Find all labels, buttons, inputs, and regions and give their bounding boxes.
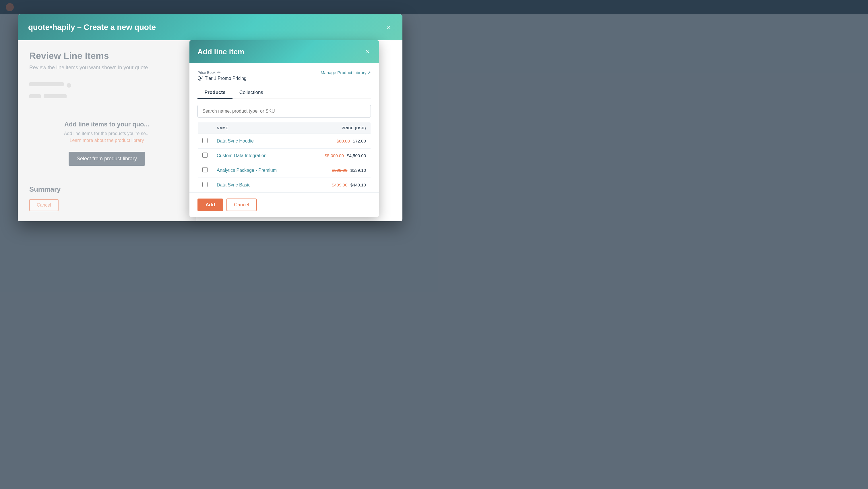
product-checkbox-data-sync-hoodie[interactable] bbox=[203, 138, 208, 143]
add-line-item-modal: Add line item × Price Book ✏ Q4 Tier 1 P… bbox=[189, 40, 379, 217]
skeleton-bar bbox=[29, 94, 41, 98]
quote-modal-header: quote•hapily – Create a new quote × bbox=[18, 15, 402, 40]
product-name-data-sync-hoodie[interactable]: Data Sync Hoodie bbox=[217, 139, 254, 143]
tab-collections[interactable]: Collections bbox=[232, 87, 270, 99]
tab-products[interactable]: Products bbox=[197, 87, 232, 99]
cancel-button[interactable]: Cancel bbox=[226, 199, 257, 211]
price-book-value: Q4 Tier 1 Promo Pricing bbox=[197, 76, 247, 81]
price-cell-data-sync-hoodie: $80.00 $72.00 bbox=[304, 134, 371, 148]
checkbox-cell-0 bbox=[198, 134, 212, 148]
edit-price-book-icon[interactable]: ✏ bbox=[217, 70, 221, 75]
tabs-container: Products Collections bbox=[197, 87, 371, 99]
checkbox-cell-3 bbox=[198, 178, 212, 193]
price-book-info: Price Book ✏ Q4 Tier 1 Promo Pricing bbox=[197, 70, 247, 81]
external-link-icon: ↗ bbox=[368, 70, 371, 75]
select-from-library-button[interactable]: Select from product library bbox=[69, 152, 145, 166]
price-cell-custom-data-integration: $5,000.00 $4,500.00 bbox=[304, 148, 371, 163]
add-button[interactable]: Add bbox=[197, 199, 223, 211]
review-line-items-title: Review Line Items bbox=[29, 51, 184, 61]
table-col-checkbox bbox=[198, 122, 212, 134]
skeleton-row-2 bbox=[29, 94, 184, 100]
price-book-section: Price Book ✏ Q4 Tier 1 Promo Pricing Man… bbox=[197, 70, 371, 81]
skeleton-dot bbox=[67, 83, 71, 88]
table-row: Custom Data Integration $5,000.00 $4,500… bbox=[198, 148, 371, 163]
original-price-custom-data-integration: $5,000.00 bbox=[324, 153, 344, 158]
quote-modal-title: quote•hapily – Create a new quote bbox=[28, 23, 156, 32]
product-name-analytics-package-premium[interactable]: Analytics Package - Premium bbox=[217, 168, 277, 173]
table-row: Data Sync Hoodie $80.00 $72.00 bbox=[198, 134, 371, 148]
add-line-items-title: Add line items to your quo... bbox=[35, 121, 179, 128]
quote-left-panel: Review Line Items Review the line items … bbox=[18, 40, 196, 221]
table-header: NAME PRICE (USD) bbox=[198, 122, 371, 134]
summary-title: Summary bbox=[29, 185, 184, 193]
product-name-cell-analytics-package-premium: Analytics Package - Premium bbox=[212, 163, 304, 178]
quote-cancel-button[interactable]: Cancel bbox=[29, 199, 59, 211]
products-table: NAME PRICE (USD) Data Sync Hoodie $80.00… bbox=[197, 122, 371, 193]
original-price-data-sync-hoodie: $80.00 bbox=[337, 139, 350, 143]
products-table-body: Data Sync Hoodie $80.00 $72.00 Custom Da… bbox=[198, 134, 371, 193]
product-name-data-sync-basic[interactable]: Data Sync Basic bbox=[217, 182, 250, 187]
original-price-data-sync-basic: $499.00 bbox=[332, 182, 347, 187]
table-col-price: PRICE (USD) bbox=[304, 122, 371, 134]
product-name-cell-data-sync-basic: Data Sync Basic bbox=[212, 178, 304, 193]
learn-more-link[interactable]: Learn more about the product library bbox=[70, 138, 144, 143]
product-name-cell-custom-data-integration: Custom Data Integration bbox=[212, 148, 304, 163]
add-line-item-title: Add line item bbox=[197, 48, 244, 56]
current-price-analytics-package-premium: $539.10 bbox=[350, 168, 366, 173]
add-line-items-section: Add line items to your quo... Add line i… bbox=[29, 109, 184, 177]
manage-product-library-link[interactable]: Manage Product Library ↗ bbox=[321, 70, 371, 75]
product-name-custom-data-integration[interactable]: Custom Data Integration bbox=[217, 153, 267, 158]
original-price-analytics-package-premium: $599.00 bbox=[332, 168, 347, 173]
add-line-item-header: Add line item × bbox=[189, 40, 379, 63]
product-checkbox-data-sync-basic[interactable] bbox=[203, 182, 208, 187]
skeleton-row-1 bbox=[29, 82, 184, 88]
review-line-items-subtitle: Review the line items you want shown in … bbox=[29, 65, 184, 71]
quote-modal-close-button[interactable]: × bbox=[385, 22, 392, 32]
product-checkbox-analytics-package-premium[interactable] bbox=[203, 167, 208, 172]
current-price-data-sync-basic: $449.10 bbox=[350, 182, 366, 187]
search-input[interactable] bbox=[197, 105, 371, 117]
current-price-data-sync-hoodie: $72.00 bbox=[353, 139, 366, 143]
add-line-item-body: Price Book ✏ Q4 Tier 1 Promo Pricing Man… bbox=[189, 63, 379, 193]
table-row: Data Sync Basic $499.00 $449.10 bbox=[198, 178, 371, 193]
modal-footer: Add Cancel bbox=[189, 193, 379, 217]
product-checkbox-custom-data-integration[interactable] bbox=[203, 152, 208, 158]
add-line-items-desc: Add line items for the products you're s… bbox=[35, 131, 179, 136]
table-row: Analytics Package - Premium $599.00 $539… bbox=[198, 163, 371, 178]
table-col-name: NAME bbox=[212, 122, 304, 134]
skeleton-bar bbox=[29, 82, 64, 86]
checkbox-cell-1 bbox=[198, 148, 212, 163]
price-book-label: Price Book ✏ bbox=[197, 70, 247, 75]
manage-library-text: Manage Product Library bbox=[321, 70, 367, 75]
price-cell-data-sync-basic: $499.00 $449.10 bbox=[304, 178, 371, 193]
product-name-cell-data-sync-hoodie: Data Sync Hoodie bbox=[212, 134, 304, 148]
add-line-item-close-button[interactable]: × bbox=[365, 47, 371, 56]
summary-section: Summary Cancel bbox=[29, 177, 184, 211]
skeleton-bar bbox=[43, 94, 67, 98]
checkbox-cell-2 bbox=[198, 163, 212, 178]
price-cell-analytics-package-premium: $599.00 $539.10 bbox=[304, 163, 371, 178]
current-price-custom-data-integration: $4,500.00 bbox=[347, 153, 366, 158]
